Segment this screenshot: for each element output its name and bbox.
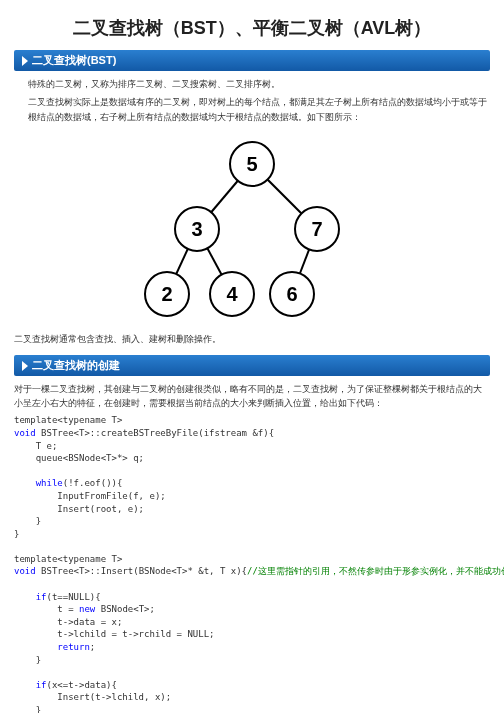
para: 二叉查找树通常包含查找、插入、建树和删除操作。 [14, 332, 490, 346]
node-7: 7 [311, 218, 322, 240]
page-title: 二叉查找树（BST）、平衡二叉树（AVL树） [14, 16, 490, 40]
para: 二叉查找树实际上是数据域有序的二叉树，即对树上的每个结点，都满足其左子树上所有结… [28, 95, 490, 124]
node-5: 5 [246, 153, 257, 175]
node-6: 6 [286, 283, 297, 305]
para: 对于一棵二叉查找树，其创建与二叉树的创建很类似，略有不同的是，二叉查找树，为了保… [14, 382, 490, 411]
section-header-bst: 二叉查找树(BST) [14, 50, 490, 71]
tree-diagram: 5 3 7 2 4 6 [14, 134, 490, 326]
node-4: 4 [226, 283, 238, 305]
node-2: 2 [161, 283, 172, 305]
node-3: 3 [191, 218, 202, 240]
code-block-create: template<typename T> void BSTree<T>::cre… [14, 414, 490, 713]
section-header-create: 二叉查找树的创建 [14, 355, 490, 376]
para: 特殊的二叉树，又称为排序二叉树、二叉搜索树、二叉排序树。 [28, 77, 490, 91]
